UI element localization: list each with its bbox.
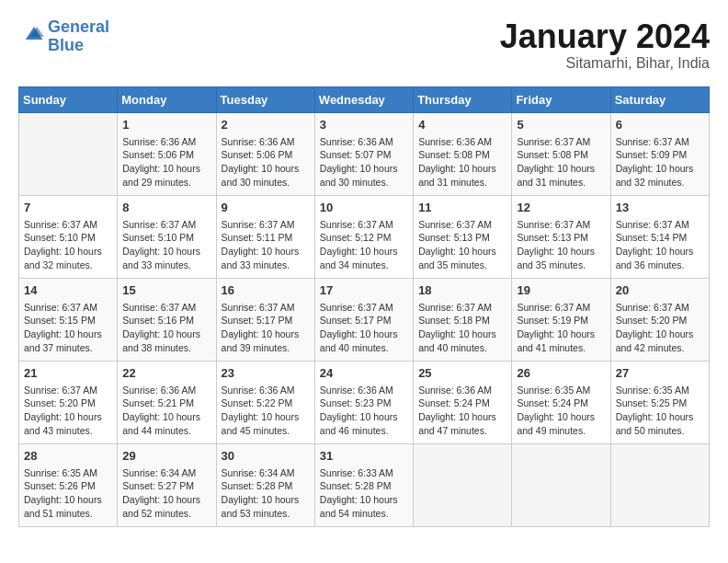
calendar-day-cell: 9Sunrise: 6:37 AMSunset: 5:11 PMDaylight… — [216, 195, 314, 278]
calendar-day-cell: 19Sunrise: 6:37 AMSunset: 5:19 PMDayligh… — [512, 278, 610, 361]
day-info: Sunrise: 6:36 AMSunset: 5:24 PMDaylight:… — [418, 384, 506, 438]
day-number: 31 — [320, 448, 408, 465]
day-info: Sunrise: 6:36 AMSunset: 5:08 PMDaylight:… — [418, 135, 506, 190]
calendar-day-cell: 28Sunrise: 6:35 AMSunset: 5:26 PMDayligh… — [19, 443, 118, 526]
day-info: Sunrise: 6:34 AMSunset: 5:28 PMDaylight:… — [222, 466, 310, 521]
month-title: January 2024 — [500, 18, 710, 55]
calendar-day-cell: 11Sunrise: 6:37 AMSunset: 5:13 PMDayligh… — [414, 195, 512, 278]
day-number: 28 — [24, 448, 112, 465]
day-number: 14 — [24, 282, 112, 299]
day-number: 12 — [517, 200, 605, 216]
calendar-day-cell — [610, 443, 709, 526]
day-info: Sunrise: 6:37 AMSunset: 5:17 PMDaylight:… — [320, 301, 408, 355]
calendar-day-cell: 4Sunrise: 6:36 AMSunset: 5:08 PMDaylight… — [414, 112, 512, 195]
weekday-header: Friday — [512, 86, 610, 112]
day-info: Sunrise: 6:36 AMSunset: 5:22 PMDaylight:… — [222, 384, 310, 438]
calendar-day-cell: 16Sunrise: 6:37 AMSunset: 5:17 PMDayligh… — [216, 278, 314, 361]
day-info: Sunrise: 6:36 AMSunset: 5:06 PMDaylight:… — [122, 135, 210, 190]
logo-blue: Blue — [48, 36, 84, 54]
day-info: Sunrise: 6:35 AMSunset: 5:25 PMDaylight:… — [616, 384, 704, 438]
day-info: Sunrise: 6:37 AMSunset: 5:20 PMDaylight:… — [24, 384, 112, 438]
day-info: Sunrise: 6:37 AMSunset: 5:09 PMDaylight:… — [616, 135, 704, 190]
weekday-header: Wednesday — [314, 86, 413, 112]
day-info: Sunrise: 6:37 AMSunset: 5:13 PMDaylight:… — [517, 218, 605, 272]
calendar-day-cell: 3Sunrise: 6:36 AMSunset: 5:07 PMDaylight… — [314, 112, 413, 195]
day-info: Sunrise: 6:37 AMSunset: 5:10 PMDaylight:… — [122, 218, 210, 272]
day-number: 9 — [222, 200, 310, 216]
calendar-week-row: 21Sunrise: 6:37 AMSunset: 5:20 PMDayligh… — [19, 361, 710, 443]
calendar-table: SundayMondayTuesdayWednesdayThursdayFrid… — [18, 86, 710, 527]
day-info: Sunrise: 6:37 AMSunset: 5:19 PMDaylight:… — [517, 301, 605, 355]
calendar-day-cell: 13Sunrise: 6:37 AMSunset: 5:14 PMDayligh… — [610, 195, 709, 278]
day-number: 25 — [418, 365, 506, 382]
day-info: Sunrise: 6:37 AMSunset: 5:12 PMDaylight:… — [320, 218, 408, 272]
day-number: 29 — [122, 448, 210, 465]
logo-general: General — [48, 17, 109, 36]
calendar-week-row: 14Sunrise: 6:37 AMSunset: 5:15 PMDayligh… — [19, 278, 710, 361]
calendar-day-cell: 7Sunrise: 6:37 AMSunset: 5:10 PMDaylight… — [19, 195, 118, 278]
calendar-day-cell: 23Sunrise: 6:36 AMSunset: 5:22 PMDayligh… — [216, 361, 314, 443]
day-info: Sunrise: 6:36 AMSunset: 5:07 PMDaylight:… — [320, 135, 408, 190]
calendar-day-cell: 21Sunrise: 6:37 AMSunset: 5:20 PMDayligh… — [19, 361, 118, 443]
weekday-header-row: SundayMondayTuesdayWednesdayThursdayFrid… — [19, 86, 710, 112]
day-number: 1 — [122, 117, 210, 133]
day-info: Sunrise: 6:37 AMSunset: 5:20 PMDaylight:… — [616, 301, 704, 355]
logo-text: General Blue — [48, 18, 109, 55]
calendar-day-cell: 10Sunrise: 6:37 AMSunset: 5:12 PMDayligh… — [314, 195, 413, 278]
day-number: 22 — [122, 365, 210, 382]
calendar-day-cell: 24Sunrise: 6:36 AMSunset: 5:23 PMDayligh… — [314, 361, 413, 443]
day-number: 8 — [122, 200, 210, 216]
calendar-day-cell: 8Sunrise: 6:37 AMSunset: 5:10 PMDaylight… — [118, 195, 216, 278]
calendar-day-cell: 18Sunrise: 6:37 AMSunset: 5:18 PMDayligh… — [414, 278, 512, 361]
calendar-day-cell: 12Sunrise: 6:37 AMSunset: 5:13 PMDayligh… — [512, 195, 610, 278]
day-number: 24 — [320, 365, 408, 382]
logo: General Blue — [18, 18, 109, 55]
weekday-header: Monday — [118, 86, 216, 112]
day-info: Sunrise: 6:37 AMSunset: 5:15 PMDaylight:… — [24, 301, 112, 355]
day-info: Sunrise: 6:37 AMSunset: 5:18 PMDaylight:… — [418, 301, 506, 355]
calendar-day-cell: 31Sunrise: 6:33 AMSunset: 5:28 PMDayligh… — [314, 443, 413, 526]
day-number: 16 — [222, 282, 310, 299]
calendar-day-cell: 6Sunrise: 6:37 AMSunset: 5:09 PMDaylight… — [610, 112, 709, 195]
calendar-day-cell — [19, 112, 118, 195]
weekday-header: Sunday — [19, 86, 118, 112]
day-number: 27 — [616, 365, 704, 382]
day-number: 23 — [222, 365, 310, 382]
calendar-day-cell: 22Sunrise: 6:36 AMSunset: 5:21 PMDayligh… — [118, 361, 216, 443]
calendar-day-cell: 2Sunrise: 6:36 AMSunset: 5:06 PMDaylight… — [216, 112, 314, 195]
day-number: 2 — [222, 117, 310, 133]
day-number: 20 — [616, 282, 704, 299]
logo-icon — [18, 24, 44, 50]
day-info: Sunrise: 6:35 AMSunset: 5:26 PMDaylight:… — [24, 466, 112, 521]
weekday-header: Tuesday — [216, 86, 314, 112]
day-info: Sunrise: 6:36 AMSunset: 5:23 PMDaylight:… — [320, 384, 408, 438]
day-info: Sunrise: 6:37 AMSunset: 5:10 PMDaylight:… — [24, 218, 112, 272]
weekday-header: Saturday — [610, 86, 709, 112]
day-number: 13 — [616, 200, 704, 216]
day-info: Sunrise: 6:37 AMSunset: 5:11 PMDaylight:… — [222, 218, 310, 272]
calendar-day-cell: 26Sunrise: 6:35 AMSunset: 5:24 PMDayligh… — [512, 361, 610, 443]
calendar-day-cell: 20Sunrise: 6:37 AMSunset: 5:20 PMDayligh… — [610, 278, 709, 361]
day-info: Sunrise: 6:36 AMSunset: 5:06 PMDaylight:… — [222, 135, 310, 190]
calendar-day-cell — [512, 443, 610, 526]
page-header: General Blue January 2024 Sitamarhi, Bih… — [18, 18, 710, 72]
day-info: Sunrise: 6:36 AMSunset: 5:21 PMDaylight:… — [122, 384, 210, 438]
calendar-day-cell: 17Sunrise: 6:37 AMSunset: 5:17 PMDayligh… — [314, 278, 413, 361]
day-number: 7 — [24, 200, 112, 216]
day-number: 26 — [517, 365, 605, 382]
calendar-day-cell: 1Sunrise: 6:36 AMSunset: 5:06 PMDaylight… — [118, 112, 216, 195]
location-subtitle: Sitamarhi, Bihar, India — [500, 55, 710, 72]
day-number: 3 — [320, 117, 408, 133]
weekday-header: Thursday — [414, 86, 512, 112]
calendar-day-cell: 27Sunrise: 6:35 AMSunset: 5:25 PMDayligh… — [610, 361, 709, 443]
day-number: 4 — [418, 117, 506, 133]
day-number: 11 — [418, 200, 506, 216]
day-info: Sunrise: 6:37 AMSunset: 5:16 PMDaylight:… — [122, 301, 210, 355]
calendar-week-row: 28Sunrise: 6:35 AMSunset: 5:26 PMDayligh… — [19, 443, 710, 526]
day-info: Sunrise: 6:37 AMSunset: 5:13 PMDaylight:… — [418, 218, 506, 272]
day-info: Sunrise: 6:34 AMSunset: 5:27 PMDaylight:… — [122, 466, 210, 521]
day-number: 30 — [222, 448, 310, 465]
calendar-day-cell: 30Sunrise: 6:34 AMSunset: 5:28 PMDayligh… — [216, 443, 314, 526]
calendar-day-cell — [414, 443, 512, 526]
day-number: 15 — [122, 282, 210, 299]
